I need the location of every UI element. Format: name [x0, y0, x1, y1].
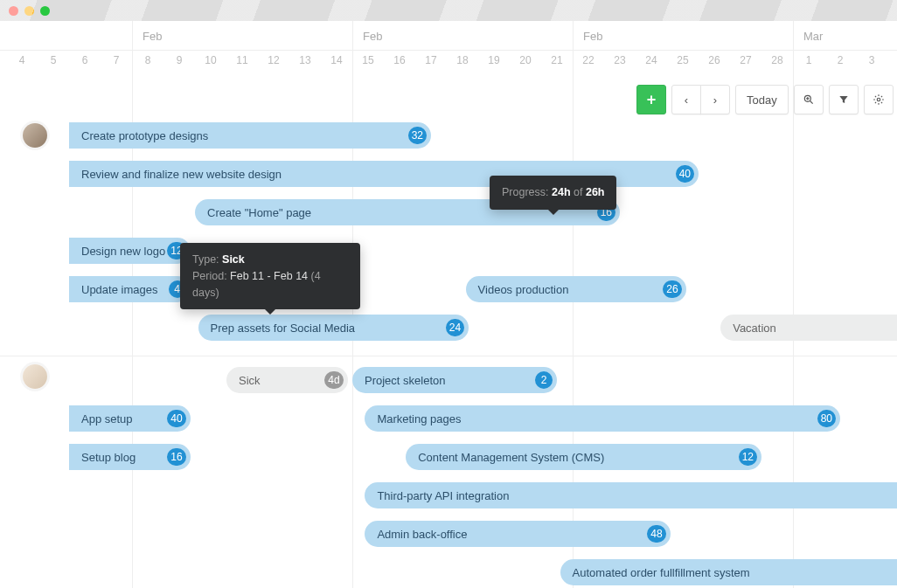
task-bar[interactable]: App setup40	[69, 405, 191, 432]
day-label: 23	[604, 54, 636, 66]
task-bar[interactable]: Automated order fullfillment system	[560, 559, 897, 585]
task-bar[interactable]: Vacation	[720, 315, 897, 341]
day-label: 5	[38, 54, 69, 66]
tooltip-period-label: Period:	[192, 270, 227, 282]
day-label: 6	[69, 54, 101, 66]
day-label: 9	[163, 54, 195, 66]
task-label: Review and finalize new website design	[81, 168, 282, 181]
task-badge: 2	[533, 370, 554, 391]
tooltip-progress-done: 24h	[552, 186, 571, 198]
svg-point-4	[877, 98, 880, 101]
day-label: 14	[321, 54, 352, 66]
tooltip-progress: Progress: 24h of 26h	[490, 176, 616, 210]
day-label: 3	[856, 54, 887, 66]
month-label: Mar	[803, 30, 823, 43]
day-label: 17	[415, 54, 447, 66]
gantt-chart: FebFebFebMar 456789101112131415161718192…	[0, 21, 897, 588]
task-bar[interactable]: Prep assets for Social Media24	[198, 315, 469, 341]
task-badge: 80	[816, 408, 838, 429]
day-label: 4	[6, 54, 38, 66]
filter-button[interactable]	[829, 85, 859, 114]
task-badge: 26	[661, 279, 683, 300]
month-label: Feb	[363, 30, 382, 43]
svg-line-1	[810, 101, 812, 104]
day-label: 11	[226, 54, 258, 66]
task-label: Content Management System (CMS)	[418, 451, 604, 464]
day-label: 4	[887, 54, 897, 66]
toolbar: + ‹ › Today	[636, 85, 894, 114]
task-label: Project skeleton	[365, 374, 446, 387]
tooltip-type-label: Type:	[192, 253, 219, 266]
task-bar[interactable]: Create prototype designs32	[69, 122, 431, 149]
day-label: 27	[730, 54, 761, 66]
day-label: 22	[573, 54, 604, 66]
tooltip-sick: Type: Sick Period: Feb 11 - Feb 14 (4 da…	[180, 243, 360, 309]
task-label: Sick	[239, 374, 261, 387]
task-bar[interactable]: Setup blog16	[69, 444, 191, 470]
task-label: Create prototype designs	[81, 129, 208, 142]
window-minimize-icon[interactable]	[24, 6, 34, 16]
today-button[interactable]: Today	[735, 85, 789, 114]
task-label: Third-party API integration	[377, 489, 509, 502]
tooltip-progress-total: 26h	[586, 186, 605, 198]
task-bar[interactable]: Videos production26	[466, 276, 686, 302]
day-label: 13	[289, 54, 321, 66]
task-label: Vacation	[733, 322, 776, 335]
filter-icon	[838, 93, 850, 106]
zoom-icon	[803, 93, 815, 106]
task-badge: 48	[645, 523, 667, 544]
day-label: 12	[258, 54, 289, 66]
task-label: Update images	[81, 283, 157, 296]
next-button[interactable]: ›	[700, 85, 730, 114]
task-badge: 4d	[323, 370, 344, 391]
task-bar[interactable]: Third-party API integration	[365, 482, 897, 508]
task-badge: 40	[165, 408, 187, 429]
gear-icon	[873, 93, 885, 106]
task-badge: 16	[165, 446, 187, 467]
settings-button[interactable]	[864, 85, 894, 114]
prev-button[interactable]: ‹	[671, 85, 701, 114]
day-label: 1	[793, 54, 824, 66]
task-bar[interactable]: Content Management System (CMS)12	[406, 444, 761, 470]
timeline-days-row: 4567891011121314151617181920212223242526…	[0, 51, 897, 73]
task-bar[interactable]: Design new logo12	[69, 238, 191, 264]
task-badge: 24	[444, 317, 466, 338]
day-label: 25	[667, 54, 699, 66]
add-button[interactable]: +	[636, 85, 666, 114]
avatar[interactable]	[23, 364, 47, 389]
task-badge: 40	[674, 163, 696, 184]
app-window: FebFebFebMar 456789101112131415161718192…	[0, 0, 897, 588]
day-label: 19	[478, 54, 510, 66]
month-label: Feb	[583, 30, 602, 43]
window-close-icon[interactable]	[9, 6, 18, 16]
task-badge: 32	[407, 125, 428, 146]
day-label: 16	[384, 54, 415, 66]
titlebar	[0, 0, 897, 21]
tooltip-progress-of: of	[574, 186, 582, 198]
tooltip-period-value: Feb 11 - Feb 14	[230, 270, 308, 282]
day-label: 2	[824, 54, 856, 66]
nav-group: ‹ ›	[671, 85, 730, 114]
task-label: App setup	[81, 412, 133, 425]
month-label: Feb	[143, 30, 162, 43]
task-bar[interactable]: Marketing pages80	[365, 405, 840, 432]
task-bar[interactable]: Project skeleton2	[352, 367, 557, 393]
day-label: 10	[195, 54, 226, 66]
window-zoom-icon[interactable]	[40, 6, 50, 16]
avatar[interactable]	[23, 123, 47, 148]
zoom-button[interactable]	[794, 85, 824, 114]
task-bar[interactable]: Update images4	[69, 276, 191, 302]
task-bar[interactable]: Admin back-office48	[365, 521, 670, 547]
task-label: Automated order fullfillment system	[573, 566, 750, 579]
day-label: 15	[352, 54, 384, 66]
day-label: 26	[699, 54, 730, 66]
user-row-separator	[0, 356, 897, 356]
tooltip-type-value: Sick	[222, 253, 245, 266]
timeline-months-row: FebFebFebMar	[0, 21, 897, 51]
task-bar[interactable]: Sick4d	[226, 367, 348, 393]
task-label: Design new logo	[81, 245, 165, 258]
day-label: 20	[510, 54, 541, 66]
day-label: 21	[541, 54, 573, 66]
task-label: Setup blog	[81, 451, 136, 464]
day-label: 28	[761, 54, 793, 66]
